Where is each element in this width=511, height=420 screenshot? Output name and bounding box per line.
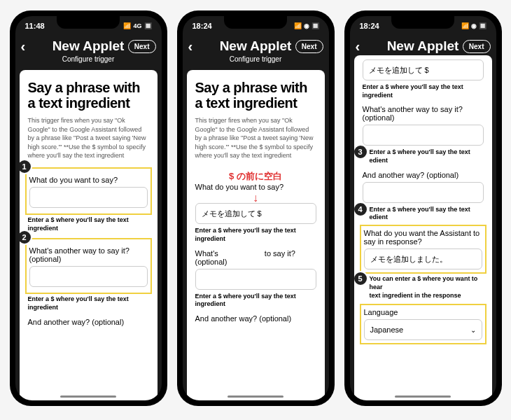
status-time: 18:24: [192, 22, 212, 30]
hint-text-3: You can enter a $ where you want to hear…: [363, 275, 484, 300]
phone-frame-3: 18:24 📶 ◉ 🔲 ‹ New Applet Next Enter a $ …: [344, 10, 502, 406]
chevron-down-icon: ⌄: [470, 326, 476, 334]
next-button[interactable]: Next: [128, 40, 156, 53]
hint-text-2: Enter a $ where you'll say the text ingr…: [195, 293, 316, 309]
status-time: 11:48: [25, 22, 45, 30]
hint-text-2: Enter a $ where you'll say the text ingr…: [28, 295, 149, 312]
content-card: Say a phrase with a text ingredient This…: [20, 70, 158, 400]
phrase-input[interactable]: [29, 187, 148, 208]
annotation-badge-4: 4: [354, 202, 368, 217]
content-card: Enter a $ where you'll say the text ingr…: [354, 55, 492, 400]
signal-icon: 📶: [461, 22, 469, 29]
battery-icon: 🔲: [144, 22, 152, 29]
signal-icon: 📶: [123, 22, 131, 29]
field-label-say: What do you want to say?: [29, 176, 148, 184]
back-button[interactable]: ‹: [356, 38, 360, 55]
hint-text-2: Enter a $ where you'll say the text edie…: [363, 206, 484, 222]
home-indicator[interactable]: [60, 396, 116, 398]
back-button[interactable]: ‹: [21, 38, 26, 55]
phone-screen-2: 18:24 📶 ◉ 🔲 ‹ New Applet Next Configure …: [183, 16, 329, 400]
page-subtitle: Configure trigger: [183, 55, 329, 63]
back-button[interactable]: ‹: [188, 38, 193, 55]
page-title: New Applet: [387, 38, 459, 54]
status-icons: 📶 ◉ 🔲: [461, 22, 486, 29]
notch: [57, 16, 120, 29]
page-title: New Applet: [220, 38, 292, 54]
alt-phrase-input[interactable]: [195, 269, 316, 290]
field-label-alt: What's another way to say it? (optional): [363, 105, 484, 122]
card-title: Say a phrase with a text ingredient: [28, 80, 149, 111]
hint-text-0: Enter a $ where you'll say the text ingr…: [363, 83, 484, 99]
field-label-another: And another way? (optional): [195, 314, 316, 323]
header: ‹ New Applet Next: [183, 33, 329, 55]
highlight-field-language: Language Japanese ⌄: [360, 304, 486, 344]
card-description: This trigger fires when you say "Ok Goog…: [28, 116, 149, 160]
annotation-badge-2: 2: [20, 230, 32, 245]
language-value: Japanese: [370, 326, 404, 334]
status-time: 18:24: [360, 22, 379, 30]
battery-icon: 🔲: [479, 22, 486, 29]
page-title: New Applet: [52, 38, 125, 54]
phone-screen-1: 11:48 📶 4G 🔲 ‹ New Applet Next Configure…: [15, 16, 162, 400]
alt-phrase-input[interactable]: [363, 125, 484, 146]
annotation-text: $ の前に空白: [195, 170, 316, 183]
phrase-input[interactable]: [363, 59, 484, 80]
annotation-badge-5: 5: [354, 271, 368, 286]
content-card: Say a phrase with a text ingredient This…: [187, 70, 325, 400]
notch: [224, 16, 287, 29]
status-icons: 📶 4G 🔲: [123, 22, 151, 29]
annotation-badge-1: 1: [20, 159, 32, 174]
response-input[interactable]: [364, 248, 482, 270]
phrase-input[interactable]: [195, 203, 316, 224]
next-button[interactable]: Next: [295, 40, 323, 53]
highlight-field-2: 2 What's another way to say it? (optiona…: [25, 238, 152, 294]
hint-text-1: Enter a $ where you'll say the text edie…: [363, 148, 484, 164]
next-button[interactable]: Next: [463, 40, 491, 53]
field-label-say: What do you want to say?: [195, 183, 316, 191]
signal-label: 4G: [133, 22, 141, 29]
phone-frame-2: 18:24 📶 ◉ 🔲 ‹ New Applet Next Configure …: [177, 10, 335, 406]
wifi-icon: ◉: [471, 22, 477, 29]
card-title: Say a phrase with a text ingredient: [195, 80, 316, 111]
phone-frame-1: 11:48 📶 4G 🔲 ‹ New Applet Next Configure…: [10, 10, 167, 406]
card-description: This trigger fires when you say "Ok Goog…: [195, 116, 316, 160]
language-select[interactable]: Japanese ⌄: [364, 319, 482, 340]
header: ‹ New Applet Next: [350, 33, 496, 55]
field-label-alt: What's another way to say it? (optional): [29, 246, 148, 263]
field-label-another: And another way? (optional): [28, 318, 149, 326]
phone-screen-3: 18:24 📶 ◉ 🔲 ‹ New Applet Next Enter a $ …: [350, 16, 496, 400]
arrow-down-icon: ↓: [195, 194, 316, 202]
signal-icon: 📶: [294, 22, 302, 29]
highlight-field-1: 1 What do you want to say?: [25, 167, 152, 215]
header: ‹ New Applet Next: [15, 33, 162, 55]
status-icons: 📶 ◉ 🔲: [294, 22, 319, 29]
field-label-language: Language: [364, 308, 482, 316]
highlight-field-response: What do you want the Assistant to say in…: [360, 225, 486, 274]
home-indicator[interactable]: [395, 396, 451, 398]
field-label-alt: What's another way to say it? (optional): [195, 249, 316, 266]
page-subtitle: Configure trigger: [15, 55, 162, 63]
hint-text-1: Enter a $ where you'll say the text ingr…: [28, 216, 149, 232]
battery-icon: 🔲: [312, 22, 319, 29]
field-label-another: And another way? (optional): [363, 171, 484, 179]
hint-text-1: Enter a $ where you'll say the text ingr…: [195, 227, 316, 243]
alt-phrase-input[interactable]: [29, 266, 148, 287]
another-phrase-input[interactable]: [363, 182, 484, 203]
wifi-icon: ◉: [304, 22, 309, 29]
field-label-response: What do you want the Assistant to say in…: [364, 229, 482, 246]
home-indicator[interactable]: [227, 396, 284, 398]
notch: [391, 16, 454, 29]
